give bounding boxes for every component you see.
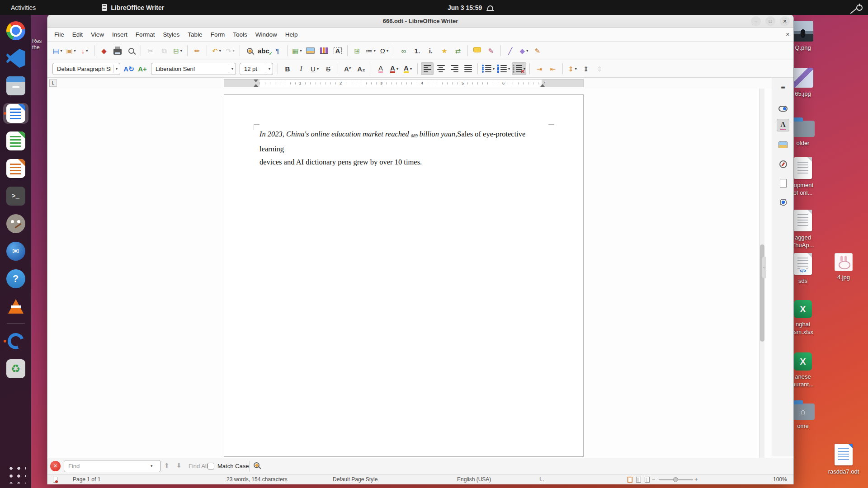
spelling-button[interactable]: abc <box>257 44 270 57</box>
dropdown-arrow-icon[interactable]: ▾ <box>410 67 412 71</box>
highlight-button[interactable]: A▾ <box>401 62 414 75</box>
align-center-button[interactable] <box>434 62 447 75</box>
book-view-button[interactable] <box>645 477 650 483</box>
print-preview-button[interactable] <box>125 44 137 57</box>
bold-button[interactable]: B <box>281 62 294 75</box>
increase-indent-button[interactable]: ⇥ <box>533 62 546 75</box>
menu-styles[interactable]: Styles <box>159 29 184 40</box>
sidebar-properties-tab[interactable] <box>777 102 789 115</box>
strikethrough-button[interactable]: S <box>322 62 335 75</box>
dock-terminal[interactable]: >_ <box>3 186 28 206</box>
cross-reference-button[interactable]: ⇄ <box>452 44 464 57</box>
sidebar-collapse-handle[interactable]: ‹ <box>762 257 766 278</box>
tab-stop-selector[interactable]: L <box>49 79 57 87</box>
focused-app-indicator[interactable]: LibreOffice Writer <box>102 4 164 11</box>
menu-help[interactable]: Help <box>281 29 302 40</box>
desktop-icon-4-jpg[interactable]: 4.jpg <box>826 253 862 281</box>
match-case-checkbox[interactable] <box>208 463 214 469</box>
menu-view[interactable]: View <box>87 29 108 40</box>
insert-table-button[interactable]: ▦▾ <box>291 44 303 57</box>
activities-button[interactable]: Activities <box>8 3 38 12</box>
find-input[interactable] <box>64 460 161 472</box>
dropdown-arrow-icon[interactable]: ▾ <box>86 49 88 53</box>
word-count-status[interactable]: 23 words, 154 characters <box>226 476 288 483</box>
find-replace-button[interactable] <box>243 44 256 57</box>
export-pdf-button[interactable]: ◆ <box>98 44 110 57</box>
close-button[interactable]: ✕ <box>780 16 790 26</box>
redo-button[interactable]: ↷▾ <box>224 44 236 57</box>
formatting-marks-button[interactable]: ¶ <box>271 44 284 57</box>
superscript-button[interactable]: A² <box>341 62 354 75</box>
cut-button[interactable]: ✂ <box>144 44 157 57</box>
dock-files[interactable] <box>3 75 28 96</box>
clear-formatting-button[interactable]: A <box>374 62 387 75</box>
dropdown-arrow-icon[interactable]: ▾ <box>575 67 577 71</box>
font-size-combo[interactable]: 12 pt▾ <box>240 63 273 75</box>
page-style-status[interactable]: Default Page Style <box>333 476 377 483</box>
align-right-button[interactable] <box>448 62 461 75</box>
desktop-icon-rasdda7-odt[interactable]: rasdda7.odt <box>826 444 862 475</box>
sidebar-gallery-tab[interactable] <box>777 138 789 151</box>
dropdown-arrow-icon[interactable]: ▾ <box>396 67 398 71</box>
print-button[interactable] <box>111 44 124 57</box>
dropdown-arrow-icon[interactable]: ▾ <box>300 49 302 53</box>
find-previous-button[interactable]: ⬆ <box>164 462 170 469</box>
dropdown-arrow-icon[interactable]: ▾ <box>61 49 62 53</box>
insert-endnote-button[interactable]: i. <box>425 44 437 57</box>
find-all-button[interactable]: Find All <box>189 463 208 469</box>
insert-hyperlink-button[interactable]: ∞ <box>397 44 410 57</box>
dropdown-arrow-icon[interactable]: ▾ <box>180 49 182 53</box>
dropdown-arrow-icon[interactable]: ▾ <box>508 67 510 71</box>
no-list-button[interactable]: ✕▾ <box>512 62 526 75</box>
menu-format[interactable]: Format <box>132 29 159 40</box>
document-page[interactable]: In 2023, China's online education market… <box>224 94 584 457</box>
sidebar-navigator-tab[interactable] <box>777 158 789 170</box>
horizontal-ruler[interactable]: 1234567 <box>224 79 584 87</box>
menu-form[interactable]: Form <box>207 29 229 40</box>
maximize-button[interactable]: □ <box>765 16 775 26</box>
insert-footnote-button[interactable]: 1. <box>411 44 424 57</box>
dock-writer[interactable] <box>3 103 28 124</box>
language-status[interactable]: English (USA) <box>457 476 491 483</box>
minimize-button[interactable]: – <box>751 16 761 26</box>
align-justify-button[interactable] <box>462 62 474 75</box>
page-break-button[interactable]: ⊞ <box>351 44 363 57</box>
save-button[interactable]: ↓▾ <box>78 44 91 57</box>
menu-window[interactable]: Window <box>251 29 281 40</box>
unsaved-changes-icon[interactable] <box>53 477 57 483</box>
dropdown-arrow-icon[interactable]: ▾ <box>387 49 388 53</box>
insert-chart-button[interactable] <box>318 44 330 57</box>
multi-page-view-button[interactable] <box>636 477 641 483</box>
dropdown-arrow-icon[interactable]: ▾ <box>526 49 528 53</box>
zoom-slider-thumb[interactable] <box>673 477 678 482</box>
clone-formatting-button[interactable]: ✏ <box>191 44 203 57</box>
dock-app-grid[interactable] <box>3 463 28 483</box>
undo-button[interactable]: ↶▾ <box>210 44 223 57</box>
dock-vlc[interactable] <box>3 296 28 317</box>
paste-button[interactable]: ⊟▾ <box>171 44 184 57</box>
dropdown-arrow-icon[interactable]: ▾ <box>233 49 235 53</box>
dropdown-arrow-icon[interactable]: ▾ <box>493 67 495 71</box>
menu-table[interactable]: Table <box>184 29 206 40</box>
copy-button[interactable]: ⧉ <box>158 44 170 57</box>
track-changes-button[interactable]: ✎ <box>485 44 497 57</box>
insert-bookmark-button[interactable]: ★ <box>438 44 451 57</box>
italic-button[interactable]: I <box>295 62 307 75</box>
paragraph-style-combo[interactable]: Default Paragraph Style▾ <box>52 63 120 75</box>
selection-mode-status[interactable]: I‥ <box>539 476 544 483</box>
new-style-button[interactable]: A+ <box>136 62 149 75</box>
draw-functions-button[interactable]: ✎ <box>531 44 544 57</box>
font-name-combo[interactable]: Liberation Serif▾ <box>151 63 236 75</box>
first-line-indent-marker[interactable] <box>254 80 258 82</box>
sidebar-menu-tab[interactable]: ≡ <box>777 81 789 94</box>
dropdown-arrow-icon[interactable]: ▾ <box>317 67 319 71</box>
dock-help[interactable]: ? <box>3 268 28 289</box>
single-page-view-button[interactable] <box>627 477 632 483</box>
open-button[interactable]: ▣▾ <box>65 44 77 57</box>
insert-field-button[interactable]: ≔▾ <box>364 44 377 57</box>
insert-line-button[interactable]: ╱ <box>504 44 517 57</box>
new-document-button[interactable]: ▤▾ <box>51 44 64 57</box>
numbered-list-button[interactable]: ▾ <box>496 62 511 75</box>
find-and-replace-icon[interactable] <box>254 462 259 468</box>
menu-file[interactable]: File <box>50 29 68 40</box>
